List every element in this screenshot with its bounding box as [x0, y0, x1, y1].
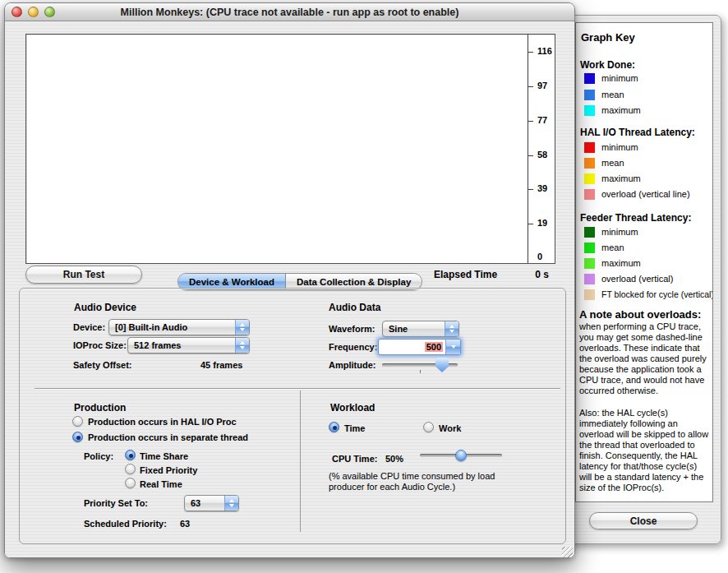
y-axis-label: 0 — [537, 252, 575, 261]
ioproc-size-popup[interactable]: 512 frames — [127, 337, 250, 354]
legend-item: minimum — [584, 141, 638, 153]
legend-swatch — [584, 158, 595, 169]
device-workload-pane: Audio Device Device: [0] Built-in Audio … — [19, 288, 566, 544]
y-axis-line — [528, 35, 528, 263]
audio-device-title: Audio Device — [74, 302, 136, 313]
y-axis-label: 19 — [537, 218, 575, 228]
radio-policy-time-share[interactable] — [125, 450, 136, 460]
frequency-field[interactable]: 500 — [379, 340, 445, 354]
graph-key-title: Graph Key — [581, 31, 635, 44]
window-content: 116 97 77 58 39 19 0 Run Test Device & W… — [5, 22, 574, 557]
overload-note-paragraph-1: when performing a CPU trace, you may get… — [579, 321, 709, 396]
close-button[interactable]: Close — [589, 512, 698, 529]
cpu-time-slider[interactable] — [420, 448, 502, 463]
cpu-time-slider-thumb[interactable] — [455, 450, 467, 461]
legend-item: overload (vertical) — [584, 273, 673, 284]
legend-swatch — [584, 274, 595, 284]
key-section-feeder-latency: Feeder Thread Latency: — [580, 212, 691, 224]
legend-item: minimum — [584, 226, 638, 238]
key-section-hal-latency: HAL I/O Thread Latency: — [580, 127, 695, 138]
policy-label: Policy: — [84, 451, 113, 461]
vertical-divider — [300, 390, 301, 532]
legend-swatch — [584, 289, 595, 300]
radio-workload-work[interactable] — [423, 422, 434, 432]
legend-swatch — [584, 243, 595, 253]
legend-item: mean — [584, 242, 624, 253]
audio-data-title: Audio Data — [329, 302, 380, 313]
legend-swatch — [584, 105, 595, 116]
radio-workload-time[interactable] — [329, 422, 339, 432]
legend-swatch — [584, 173, 595, 184]
safety-offset-label: Safety Offset: — [73, 360, 132, 370]
radio-policy-real-time[interactable] — [125, 478, 136, 488]
radio-production-thread[interactable] — [72, 432, 83, 442]
popup-arrows-icon — [445, 321, 458, 336]
radio-policy-fixed-priority-label[interactable]: Fixed Priority — [140, 465, 197, 475]
legend-swatch — [584, 189, 595, 200]
legend-item: minimum — [584, 72, 638, 84]
priority-set-to-label: Priority Set To: — [84, 498, 148, 508]
y-axis-tick — [528, 121, 533, 122]
ioproc-size-label: IOProc Size: — [73, 340, 127, 350]
frequency-label: Frequency: — [329, 342, 377, 352]
cpu-time-value: 50% — [385, 454, 403, 464]
legend-swatch — [584, 142, 595, 153]
legend-swatch — [584, 227, 595, 238]
y-axis-tick — [528, 189, 533, 190]
popup-arrows-icon — [235, 320, 249, 335]
legend-item: FT blocked for cycle (vertical) — [584, 289, 713, 300]
cpu-time-label: CPU Time: — [332, 454, 377, 464]
scheduled-priority-value: 63 — [180, 519, 190, 529]
y-axis-tick — [528, 224, 533, 224]
amplitude-slider[interactable] — [382, 356, 458, 374]
radio-policy-real-time-label[interactable]: Real Time — [140, 479, 182, 489]
priority-popup[interactable]: 63 — [184, 495, 239, 511]
main-window: Million Monkeys: (CPU trace not availabl… — [4, 2, 575, 558]
graph-key-drawer: Graph Key Work Done: minimum mean maximu… — [565, 15, 721, 544]
legend-swatch — [584, 73, 595, 84]
radio-policy-time-share-label[interactable]: Time Share — [140, 451, 188, 461]
y-axis-label: 77 — [537, 115, 575, 125]
radio-production-hal-label[interactable]: Production occurs in HAL I/O Proc — [88, 417, 237, 427]
scheduled-priority-label: Scheduled Priority: — [84, 519, 167, 529]
workload-title: Workload — [330, 402, 375, 414]
legend-swatch — [584, 90, 595, 100]
popup-arrows-icon — [235, 338, 249, 353]
production-title: Production — [74, 402, 126, 414]
window-title: Million Monkeys: (CPU trace not availabl… — [5, 7, 574, 18]
run-test-button[interactable]: Run Test — [25, 266, 142, 284]
radio-production-thread-label[interactable]: Production occurs in separate thread — [88, 432, 248, 442]
waveform-label: Waveform: — [329, 324, 375, 334]
legend-item: maximum — [584, 104, 641, 116]
y-axis-tick — [528, 52, 533, 53]
y-axis-label: 39 — [537, 183, 575, 193]
legend-item: mean — [584, 89, 624, 100]
radio-policy-fixed-priority[interactable] — [125, 464, 136, 474]
device-label: Device: — [73, 322, 105, 332]
overload-note-title: A note about overloads: — [579, 308, 701, 321]
radio-workload-work-label[interactable]: Work — [439, 423, 461, 433]
y-axis-label: 97 — [537, 81, 575, 90]
graph-plot-area: 116 97 77 58 39 19 0 — [25, 34, 555, 264]
radio-production-hal[interactable] — [72, 416, 83, 427]
key-section-work-done: Work Done: — [580, 59, 635, 71]
amplitude-slider-thumb[interactable] — [435, 358, 449, 372]
device-popup[interactable]: [0] Built-in Audio — [108, 319, 250, 335]
amplitude-label: Amplitude: — [329, 360, 376, 370]
frequency-combobox[interactable]: 500 — [378, 339, 461, 355]
radio-workload-time-label[interactable]: Time — [344, 423, 365, 433]
popup-arrows-icon — [224, 496, 238, 511]
safety-offset-value: 45 frames — [200, 360, 242, 370]
elapsed-time-value: 0 s — [506, 269, 549, 280]
combo-dropdown-icon[interactable] — [445, 340, 460, 354]
legend-swatch — [584, 258, 595, 269]
overload-note-paragraph-2: Also: the HAL cycle(s) immediately follo… — [579, 408, 709, 493]
waveform-popup[interactable]: Sine — [382, 321, 459, 337]
legend-item: maximum — [584, 173, 641, 184]
title-bar[interactable]: Million Monkeys: (CPU trace not availabl… — [5, 3, 574, 21]
resize-grip-icon[interactable] — [562, 547, 573, 557]
cpu-time-note: (% available CPU time consumed by load p… — [329, 471, 522, 492]
y-axis-tick — [528, 155, 533, 156]
horizontal-divider — [35, 388, 560, 390]
y-axis-label: 116 — [537, 46, 575, 56]
